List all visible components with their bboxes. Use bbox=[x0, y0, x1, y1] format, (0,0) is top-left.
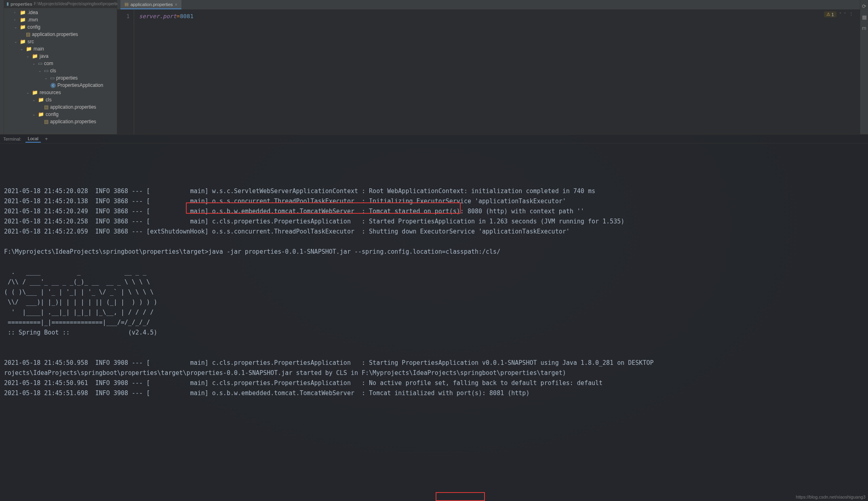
chevron-down-icon: ⌄ bbox=[14, 25, 18, 29]
breadcrumb[interactable]: ▮ properties F:\Myprojects\IdeaProjects\… bbox=[4, 0, 117, 8]
maven-icon[interactable]: m bbox=[862, 25, 866, 31]
folder-icon: 📁 bbox=[20, 39, 26, 44]
chevron-down-icon: ⌄ bbox=[32, 98, 36, 102]
chevron-down-icon: ⌄ bbox=[44, 76, 48, 80]
tree-item-config[interactable]: ⌄📁config bbox=[4, 23, 117, 31]
tree-item-mvn[interactable]: ›📁.mvn bbox=[4, 16, 117, 23]
tree-item-res-config-app[interactable]: ▤application.properties bbox=[4, 118, 117, 125]
code-property-value: 8081 bbox=[180, 13, 194, 19]
tree-label: config bbox=[27, 24, 40, 30]
tree-item-com[interactable]: ⌄▭com bbox=[4, 60, 117, 67]
folder-icon: ▮ bbox=[6, 1, 9, 6]
close-icon[interactable]: × bbox=[175, 2, 177, 7]
class-icon: c bbox=[51, 83, 56, 88]
properties-file-icon: ▤ bbox=[124, 2, 129, 7]
terminal-line: :: Spring Boot :: (v2.4.5) bbox=[4, 328, 864, 338]
terminal-line: F:\Myprojects\IdeaProjects\springboot\pr… bbox=[4, 247, 864, 257]
tree-label: cls bbox=[50, 68, 56, 74]
chevron-down-icon: ⌄ bbox=[32, 112, 36, 116]
terminal-output[interactable]: 2021-05-18 21:45:20.028 INFO 3868 --- [ … bbox=[0, 143, 868, 501]
editor-area: ▤ application.properties × 1 server.port… bbox=[117, 0, 860, 134]
folder-icon: 📁 bbox=[38, 112, 44, 117]
tree-label: application.properties bbox=[50, 119, 96, 124]
tree-label: main bbox=[34, 46, 44, 52]
tree-item-src[interactable]: ⌄📁src bbox=[4, 38, 117, 45]
package-icon: ▭ bbox=[50, 75, 55, 81]
chevron-down-icon: ⌄ bbox=[14, 40, 18, 44]
folder-icon: 📁 bbox=[26, 46, 32, 52]
terminal-line: 2021-05-18 21:45:20.028 INFO 3868 --- [ … bbox=[4, 186, 864, 196]
package-icon: ▭ bbox=[38, 61, 42, 66]
tree-item-java[interactable]: ⌄📁java bbox=[4, 53, 117, 60]
tree-item-properties-pkg[interactable]: ⌄▭properties bbox=[4, 74, 117, 82]
tree-label: cls bbox=[46, 97, 52, 103]
terminal-line bbox=[4, 257, 864, 267]
terminal-panel: Terminal: Local + 2021-05-18 21:45:20.02… bbox=[0, 134, 868, 501]
editor-tab-active[interactable]: ▤ application.properties × bbox=[120, 0, 181, 9]
terminal-title: Terminal: bbox=[3, 137, 21, 141]
tree-label: properties bbox=[56, 75, 78, 81]
folder-icon: 📁 bbox=[20, 17, 26, 23]
tree-label: .mvn bbox=[27, 17, 38, 23]
chevron-down-icon: ⌄ bbox=[26, 54, 30, 58]
package-icon: ▭ bbox=[44, 68, 48, 74]
tree-item-resources[interactable]: ⌄📁resources bbox=[4, 89, 117, 96]
properties-file-icon: ▤ bbox=[26, 32, 30, 37]
code-area[interactable]: server.port=8081 bbox=[134, 10, 860, 134]
terminal-line: . ____ _ __ _ _ bbox=[4, 267, 864, 277]
terminal-line: 2021-05-18 21:45:51.698 INFO 3908 --- [ … bbox=[4, 388, 864, 398]
tree-item-main[interactable]: ⌄📁main bbox=[4, 45, 117, 53]
editor-content[interactable]: 1 server.port=8081 ⚠ 1 ˆ ˇ ⋮ bbox=[117, 10, 860, 134]
terminal-line: /\\ / ___'_ __ _ _(_)_ __ __ _ \ \ \ \ bbox=[4, 277, 864, 287]
tree-label: com bbox=[44, 61, 53, 66]
tree-item-cls[interactable]: ⌄▭cls bbox=[4, 67, 117, 74]
tree-label: config bbox=[46, 112, 59, 117]
terminal-line: 2021-05-18 21:45:22.059 INFO 3868 --- [e… bbox=[4, 227, 864, 237]
tree-item-res-cls[interactable]: ⌄📁cls bbox=[4, 96, 117, 103]
terminal-line: rojects\IdeaProjects\springboot\properti… bbox=[4, 368, 864, 378]
right-tool-gutter[interactable]: ⟳ ▦ m bbox=[860, 0, 868, 134]
tree-item-idea[interactable]: ›📁.idea bbox=[4, 9, 117, 16]
warning-count: 1 bbox=[832, 12, 834, 17]
left-tool-gutter[interactable] bbox=[0, 0, 4, 134]
terminal-line: =========|_|==============|___/=/_/_/_/ bbox=[4, 318, 864, 328]
tree-label: application.properties bbox=[32, 32, 78, 37]
editor-tabs: ▤ application.properties × bbox=[117, 0, 860, 10]
more-icon[interactable]: ⋮ bbox=[849, 12, 853, 17]
tree-label: src bbox=[27, 39, 34, 44]
tree-item-config-app[interactable]: ▤application.properties bbox=[4, 31, 117, 38]
tree-label: PropertiesApplication bbox=[57, 82, 103, 88]
resources-folder-icon: 📁 bbox=[32, 90, 38, 95]
line-number: 1 bbox=[117, 13, 130, 19]
annotation-box-command bbox=[186, 202, 461, 214]
tree-item-res-cls-app[interactable]: ▤application.properties bbox=[4, 103, 117, 111]
terminal-tabs: Terminal: Local + bbox=[0, 135, 868, 143]
folder-icon: 📁 bbox=[38, 97, 44, 103]
tree-item-props-app[interactable]: cPropertiesApplication bbox=[4, 82, 117, 89]
terminal-line: 2021-05-18 21:45:50.961 INFO 3908 --- [ … bbox=[4, 378, 864, 388]
chevron-right-icon: › bbox=[14, 18, 18, 22]
warning-badge[interactable]: ⚠ 1 bbox=[824, 11, 836, 17]
terminal-line: 2021-05-18 21:45:20.258 INFO 3868 --- [ … bbox=[4, 217, 864, 227]
db-icon[interactable]: ▦ bbox=[862, 14, 867, 20]
annotation-box-port bbox=[436, 492, 485, 501]
line-gutter: 1 bbox=[117, 10, 134, 134]
tree-label: resources bbox=[40, 90, 61, 95]
watermark: https://blog.csdn.net/xiaoshiguang3 bbox=[796, 495, 866, 499]
terminal-line bbox=[4, 348, 864, 358]
terminal-line: ( ( )\___ | '_ | '_| | '_ \/ _` | \ \ \ … bbox=[4, 287, 864, 297]
add-terminal-icon[interactable]: + bbox=[45, 136, 48, 142]
terminal-line bbox=[4, 237, 864, 247]
tree-label: java bbox=[40, 53, 48, 59]
refresh-icon[interactable]: ⟳ bbox=[862, 3, 866, 9]
terminal-tab-local[interactable]: Local bbox=[25, 135, 41, 143]
chevron-down-icon: ⌄ bbox=[26, 91, 30, 95]
project-name: properties bbox=[11, 2, 32, 6]
nav-up-icon[interactable]: ˆ bbox=[840, 12, 841, 17]
chevron-down-icon: ⌄ bbox=[32, 61, 36, 65]
project-tree[interactable]: ›📁.idea ›📁.mvn ⌄📁config ▤application.pro… bbox=[4, 8, 117, 134]
folder-icon: 📁 bbox=[20, 10, 26, 15]
tree-item-res-config[interactable]: ⌄📁config bbox=[4, 111, 117, 118]
nav-down-icon[interactable]: ˇ bbox=[844, 12, 846, 17]
chevron-down-icon: ⌄ bbox=[38, 69, 42, 73]
